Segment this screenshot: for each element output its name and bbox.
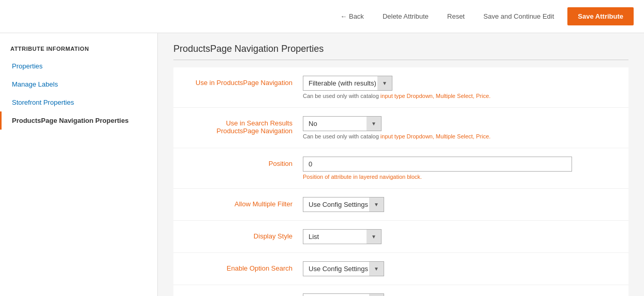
form-row-allow-multiple-filter: Allow Multiple Filter Use Config Setting… xyxy=(173,189,628,221)
select-expand-by-default[interactable]: Use Config Settings Yes No xyxy=(303,294,384,296)
select-wrap-expand-by-default[interactable]: Use Config Settings Yes No ▼ xyxy=(303,293,384,296)
select-allow-multiple-filter[interactable]: Use Config Settings Yes No xyxy=(303,198,384,212)
label-expand-by-default: Expand by default xyxy=(184,293,303,296)
main-layout: ATTRIBUTE INFORMATION Properties Manage … xyxy=(0,33,644,296)
content-area: ProductsPage Navigation Properties Use i… xyxy=(158,33,644,296)
sidebar-item-productspage-navigation-properties[interactable]: ProductsPage Navigation Properties xyxy=(0,111,157,130)
sidebar-item-manage-labels[interactable]: Manage Labels xyxy=(0,75,157,93)
save-continue-button[interactable]: Save and Continue Edit xyxy=(478,9,560,23)
select-wrap-display-style[interactable]: List Slider Text ▼ xyxy=(303,229,382,244)
select-use-in-productspage[interactable]: Filterable (with results) Filterable (no… xyxy=(303,76,392,90)
control-use-in-productspage: Filterable (with results) Filterable (no… xyxy=(303,76,618,99)
form-row-display-style: Display Style List Slider Text ▼ xyxy=(173,221,628,253)
form-row-expand-by-default: Expand by default Use Config Settings Ye… xyxy=(173,285,628,296)
select-wrap-use-in-productspage[interactable]: Filterable (with results) Filterable (no… xyxy=(303,76,392,91)
form-row-use-in-productspage: Use in ProductsPage Navigation Filterabl… xyxy=(173,67,628,108)
sidebar-item-storefront-properties[interactable]: Storefront Properties xyxy=(0,93,157,111)
hint-use-in-search: Can be used only with catalog input type… xyxy=(303,133,618,139)
control-allow-multiple-filter: Use Config Settings Yes No ▼ xyxy=(303,197,618,212)
input-position[interactable] xyxy=(303,157,572,172)
label-use-in-search: Use in Search Results ProductsPage Navig… xyxy=(184,116,303,135)
back-button[interactable]: ← Back xyxy=(335,9,369,23)
sidebar: ATTRIBUTE INFORMATION Properties Manage … xyxy=(0,33,158,296)
select-enable-option-search[interactable]: Use Config Settings Yes No xyxy=(303,262,384,276)
control-display-style: List Slider Text ▼ xyxy=(303,229,618,244)
sidebar-item-properties[interactable]: Properties xyxy=(0,57,157,75)
select-wrap-use-in-search[interactable]: No Yes ▼ xyxy=(303,116,382,131)
control-expand-by-default: Use Config Settings Yes No ▼ xyxy=(303,293,618,296)
label-enable-option-search: Enable Option Search xyxy=(184,261,303,272)
label-position: Position xyxy=(184,157,303,167)
hint-position: Position of attribute in layered navigat… xyxy=(303,174,618,180)
form-section: Use in ProductsPage Navigation Filterabl… xyxy=(173,67,628,296)
label-allow-multiple-filter: Allow Multiple Filter xyxy=(184,197,303,208)
label-display-style: Display Style xyxy=(184,229,303,240)
save-attribute-button[interactable]: Save Attribute xyxy=(567,7,634,25)
select-use-in-search[interactable]: No Yes xyxy=(303,117,381,131)
label-use-in-productspage: Use in ProductsPage Navigation xyxy=(184,76,303,87)
reset-button[interactable]: Reset xyxy=(442,9,470,23)
form-row-position: Position Position of attribute in layere… xyxy=(173,148,628,189)
control-use-in-search: No Yes ▼ Can be used only with catalog i… xyxy=(303,116,618,139)
select-wrap-allow-multiple-filter[interactable]: Use Config Settings Yes No ▼ xyxy=(303,197,384,212)
delete-attribute-button[interactable]: Delete Attribute xyxy=(377,9,434,23)
select-wrap-enable-option-search[interactable]: Use Config Settings Yes No ▼ xyxy=(303,261,384,276)
control-position: Position of attribute in layered navigat… xyxy=(303,157,618,180)
control-enable-option-search: Use Config Settings Yes No ▼ xyxy=(303,261,618,276)
sidebar-heading: ATTRIBUTE INFORMATION xyxy=(0,38,157,57)
section-title: ProductsPage Navigation Properties xyxy=(173,44,628,60)
select-display-style[interactable]: List Slider Text xyxy=(303,230,381,244)
form-row-enable-option-search: Enable Option Search Use Config Settings… xyxy=(173,253,628,285)
form-row-use-in-search: Use in Search Results ProductsPage Navig… xyxy=(173,108,628,148)
toolbar: ← Back Delete Attribute Reset Save and C… xyxy=(0,0,644,33)
hint-use-in-productspage: Can be used only with catalog input type… xyxy=(303,93,618,99)
